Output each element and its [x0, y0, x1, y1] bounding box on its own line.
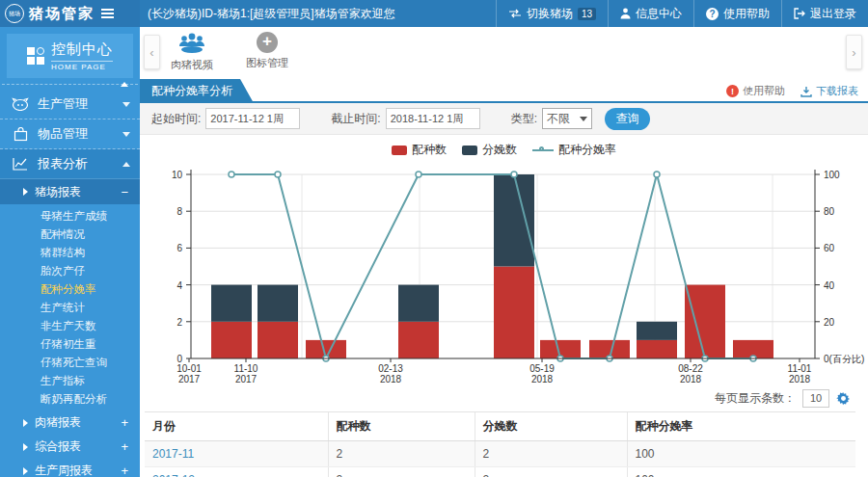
sidebar-group-collapsed[interactable]: 综合报表+	[0, 435, 140, 459]
svg-text:4: 4	[176, 280, 182, 291]
logo-badge-icon: 猪场	[5, 4, 24, 23]
svg-text:0(百分比): 0(百分比)	[824, 354, 864, 364]
scroll-up-icon[interactable]	[121, 82, 128, 87]
svg-text:8: 8	[176, 206, 182, 217]
page-size-label: 每页显示条数：	[715, 390, 796, 407]
sidebar-report-item[interactable]: 断奶再配分析	[0, 390, 140, 409]
topbar: 猪场 猪场管家 (长沙猪场)ID-猪场1:[超级管理员]猪场管家欢迎您 切换猪场…	[0, 0, 868, 27]
shortcut-pig-video[interactable]: 肉猪视频	[171, 32, 213, 72]
help-button[interactable]: ? 使用帮助	[693, 0, 781, 27]
table-header-cell: 分娩数	[475, 412, 627, 441]
expand-plus-icon: +	[121, 464, 128, 477]
people-group-icon	[177, 32, 206, 55]
svg-text:05-192018: 05-192018	[529, 363, 555, 384]
sidebar-item-production[interactable]: 生产管理	[0, 90, 140, 119]
switch-farm-button[interactable]: 切换猪场 13	[496, 0, 608, 27]
table-body: 2017-11221002017-1222100	[145, 441, 855, 477]
download-icon	[800, 86, 812, 97]
logout-icon	[794, 8, 805, 19]
svg-text:6: 6	[176, 243, 182, 253]
sidebar-collapsed-groups: 肉猪报表+综合报表+生产周报表+	[0, 411, 140, 477]
sidebar-report-item[interactable]: 生产统计	[0, 299, 140, 317]
end-time-input[interactable]	[386, 108, 480, 129]
start-time-input[interactable]	[205, 108, 300, 129]
chevron-down-icon	[122, 102, 130, 107]
sidebar-report-items: 母猪生产成绩配种情况猪群结构胎次产仔配种分娩率生产统计非生产天数仔猪初生重仔猪死…	[0, 204, 140, 411]
svg-text:10: 10	[172, 170, 183, 180]
sidebar-group-collapsed[interactable]: 肉猪报表+	[0, 411, 140, 435]
collapse-minus-icon: −	[121, 186, 128, 199]
table-cell: 2	[475, 441, 627, 467]
shortcut-icon-manage[interactable]: + 图标管理	[246, 32, 288, 72]
search-button[interactable]: 查询	[605, 108, 650, 130]
table-header-cell: 配种数	[328, 412, 475, 441]
end-time-label: 截止时间:	[331, 111, 380, 127]
sidebar-group-farm-reports[interactable]: 猪场报表 −	[0, 179, 140, 204]
sidebar-group-collapsed[interactable]: 生产周报表+	[0, 459, 140, 477]
shortcut-bar: ‹ 肉猪视频 + 图标管理 ›	[140, 27, 868, 79]
month-link[interactable]: 2017-11	[152, 447, 194, 461]
question-icon: ?	[706, 8, 719, 20]
home-page-button[interactable]: 控制中心 HOME PAGE	[7, 34, 133, 78]
sidebar-report-item[interactable]: 配种情况	[0, 225, 140, 244]
usage-help-link[interactable]: ! 使用帮助	[726, 84, 785, 98]
topbar-actions: 切换猪场 13 信息中心 ? 使用帮助 退出登录	[496, 0, 868, 27]
download-report-link[interactable]: 下载报表	[800, 84, 858, 98]
svg-text:20: 20	[824, 317, 835, 328]
sidebar-report-item[interactable]: 仔猪初生重	[0, 335, 140, 354]
tab-strip: 配种分娩率分析 ! 使用帮助 下载报表	[140, 79, 868, 103]
chart-legend: 配种数分娩数配种分娩率	[140, 142, 868, 158]
table-cell-month: 2017-11	[145, 441, 328, 467]
svg-text:40: 40	[824, 280, 835, 291]
table-header-cell: 月份	[145, 412, 328, 441]
sidebar: 控制中心 HOME PAGE 生产管理 物品管理 报表分析	[0, 27, 140, 477]
goods-icon	[12, 127, 29, 142]
table-cell-month: 2017-12	[145, 467, 328, 477]
type-select[interactable]: 不限	[542, 108, 592, 129]
type-label: 类型:	[511, 111, 537, 127]
app-logo[interactable]: 猪场 猪场管家	[0, 0, 140, 27]
svg-text:08-222018: 08-222018	[678, 363, 703, 384]
switch-arrows-icon	[508, 9, 522, 18]
home-subtitle: HOME PAGE	[51, 61, 113, 71]
main-content: ‹ 肉猪视频 + 图标管理 ›	[140, 27, 868, 477]
start-time-label: 起始时间:	[151, 111, 201, 127]
result-table: 月份配种数分娩数配种分娩率 2017-11221002017-1222100	[145, 411, 855, 477]
sidebar-report-item[interactable]: 非生产天数	[0, 317, 140, 335]
chart-icon	[12, 157, 29, 171]
logout-button[interactable]: 退出登录	[781, 0, 868, 27]
farm-count-badge: 13	[578, 8, 596, 20]
scroll-left-button[interactable]: ‹	[144, 35, 160, 69]
legend-item-bar[interactable]: 分娩数	[462, 142, 517, 158]
legend-item-line[interactable]: 配种分娩率	[532, 142, 616, 158]
sidebar-report-item[interactable]: 配种分娩率	[0, 280, 140, 299]
table-header-cell: 配种分娩率	[627, 412, 855, 441]
filter-bar: 起始时间: 截止时间: 类型: 不限 查询	[140, 103, 868, 135]
sidebar-report-item[interactable]: 母猪生产成绩	[0, 207, 140, 225]
expand-plus-icon: +	[121, 440, 128, 453]
svg-text:60: 60	[824, 243, 835, 253]
sidebar-item-report-analysis[interactable]: 报表分析	[0, 149, 140, 179]
sidebar-scroll-separator	[2, 84, 138, 90]
scroll-right-button[interactable]: ›	[846, 35, 862, 69]
table-row: 2017-1122100	[145, 441, 855, 467]
sidebar-report-item[interactable]: 胎次产仔	[0, 262, 140, 280]
page-size-input[interactable]: 10	[802, 389, 829, 408]
table-cell: 100	[627, 441, 855, 467]
sidebar-report-item[interactable]: 生产指标	[0, 372, 140, 390]
tab-breeding-farrowing-analysis[interactable]: 配种分娩率分析	[140, 79, 254, 103]
legend-item-bar[interactable]: 配种数	[392, 142, 447, 158]
menu-toggle-icon[interactable]	[101, 9, 114, 18]
gear-icon[interactable]	[836, 391, 851, 406]
pig-icon	[12, 97, 29, 111]
page-size-row: 每页显示条数： 10	[140, 385, 868, 411]
sidebar-item-goods[interactable]: 物品管理	[0, 119, 140, 149]
month-link[interactable]: 2017-12	[152, 473, 195, 477]
svg-text:80: 80	[824, 206, 835, 217]
message-center-button[interactable]: 信息中心	[608, 0, 693, 27]
sidebar-report-item[interactable]: 仔猪死亡查询	[0, 354, 140, 372]
svg-text:11-102017: 11-102017	[234, 363, 258, 384]
table-cell: 2	[328, 441, 475, 467]
sidebar-report-item[interactable]: 猪群结构	[0, 244, 140, 262]
home-grid-icon	[27, 47, 44, 65]
